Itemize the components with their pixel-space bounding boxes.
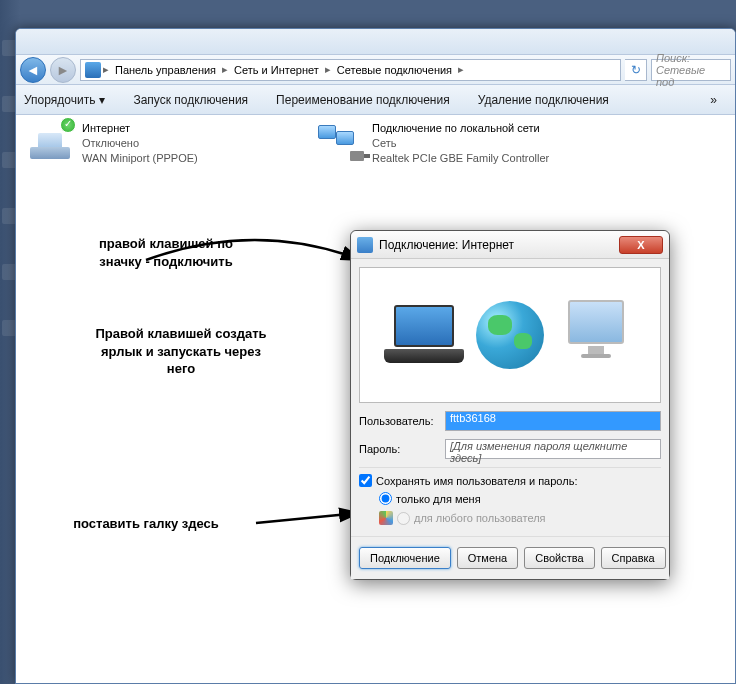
dialog-title: Подключение: Интернет [379,238,514,252]
connection-status: Сеть [372,136,549,151]
window-titlebar[interactable] [16,29,735,55]
only-me-label: только для меня [396,493,481,505]
modem-icon [26,121,74,159]
breadcrumb[interactable]: ▸ Панель управления ▸ Сеть и Интернет ▸ … [80,59,621,81]
dialog-image [359,267,661,403]
properties-button[interactable]: Свойства [524,547,594,569]
username-input[interactable]: fttb36168 [445,411,661,431]
nav-back-button[interactable]: ◄ [20,57,46,83]
refresh-button[interactable]: ↻ [625,59,647,81]
breadcrumb-item[interactable]: Сеть и Интернет [230,64,323,76]
toolbar-overflow[interactable]: » [710,93,717,107]
address-bar: ◄ ► ▸ Панель управления ▸ Сеть и Интерне… [16,55,735,85]
toolbar: Упорядочить ▾ Запуск подключения Переиме… [16,85,735,115]
connection-status: Отключено [82,136,198,151]
nav-forward-button[interactable]: ► [50,57,76,83]
search-input[interactable]: Поиск: Сетевые под [651,59,731,81]
password-input[interactable]: [Для изменения пароля щелкните здесь] [445,439,661,459]
close-button[interactable]: X [619,236,663,254]
shield-icon [379,511,393,525]
username-label: Пользователь: [359,415,437,427]
rename-connection-button[interactable]: Переименование подключения [276,93,450,107]
annotation-arrow-icon [136,160,376,270]
cancel-button[interactable]: Отмена [457,547,518,569]
annotation-text: Правой клавишей создать ярлык и запускат… [86,325,276,378]
delete-connection-button[interactable]: Удаление подключения [478,93,609,107]
start-connection-button[interactable]: Запуск подключения [133,93,248,107]
save-credentials-checkbox[interactable] [359,474,372,487]
breadcrumb-item[interactable]: Панель управления [111,64,220,76]
save-credentials-label: Сохранять имя пользователя и пароль: [376,475,577,487]
only-me-radio[interactable] [379,492,392,505]
breadcrumb-item[interactable]: Сетевые подключения [333,64,456,76]
connect-button[interactable]: Подключение [359,547,451,569]
dialog-titlebar[interactable]: Подключение: Интернет X [351,231,669,259]
connection-name: Подключение по локальной сети [372,121,549,136]
any-user-radio[interactable] [397,512,410,525]
connection-device: Realtek PCIe GBE Family Controller [372,151,549,166]
annotation-text: поставить галку здесь [46,515,246,533]
any-user-label: для любого пользователя [414,512,546,524]
organize-menu[interactable]: Упорядочить ▾ [24,93,105,107]
lan-icon [316,121,364,159]
dialog-icon [357,237,373,253]
password-label: Пароль: [359,443,437,455]
connection-name: Интернет [82,121,198,136]
connection-dialog: Подключение: Интернет X Пользователь: ft… [350,230,670,580]
folder-icon [85,62,101,78]
help-button[interactable]: Справка [601,547,666,569]
